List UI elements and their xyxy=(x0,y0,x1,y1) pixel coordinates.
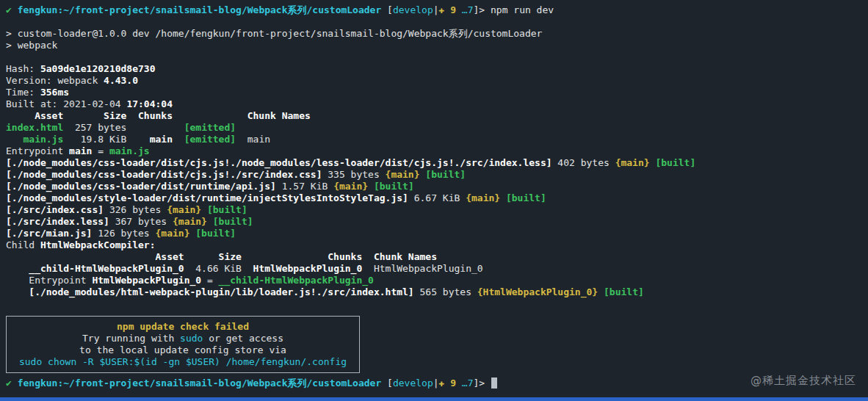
text-segment: {HtmlWebpackPlugin_0} xyxy=(477,286,598,297)
child-assets-header: Asset Size Chunks Chunk Names xyxy=(6,251,862,263)
asset-row: index.html 257 bytes [emitted] xyxy=(6,122,862,134)
text-segment: 367 bytes xyxy=(109,216,173,227)
terminal-cursor xyxy=(491,377,497,389)
text-segment: [ xyxy=(381,4,393,15)
text-segment: Try running with xyxy=(82,333,180,344)
text-segment: [built] xyxy=(207,204,247,215)
text-segment: | xyxy=(433,4,439,15)
text-segment: [./node_modules/css-loader/dist/cjs.js!.… xyxy=(6,169,322,180)
notice-command: sudo chown -R $USER:$(id -gn $USER) /hom… xyxy=(7,356,359,368)
npm-script-line: > custom-loader@1.0.0 dev /home/fengkun/… xyxy=(6,28,862,40)
text-segment: Version: webpack xyxy=(6,75,104,86)
text-segment: HtmlWebpackPlugin_0 xyxy=(374,263,483,274)
text-segment: [./node_modules/html-webpack-plugin/lib/… xyxy=(29,286,413,297)
text-segment: [built] xyxy=(655,157,695,168)
text-segment: 335 bytes xyxy=(322,169,385,180)
text-segment: [./src/index.css] xyxy=(6,204,104,215)
text-segment xyxy=(500,192,506,203)
text-segment: [./node_modules/css-loader/dist/cjs.js!.… xyxy=(6,157,552,168)
text-segment xyxy=(456,4,462,15)
child-entrypoint-line: Entrypoint HtmlWebpackPlugin_0 = __child… xyxy=(6,275,862,286)
module-line: [./node_modules/style-loader/dist/runtim… xyxy=(6,192,862,204)
text-segment: sudo chown -R $USER:$(id -gn $USER) /hom… xyxy=(19,356,347,367)
text-segment: ✚ 9 xyxy=(439,4,456,15)
text-segment: 17:04:04 xyxy=(126,98,173,109)
text-segment: [built] xyxy=(425,169,466,180)
text-segment: Asset Size Chunks Chunk Names xyxy=(6,110,311,121)
text-segment: {main} xyxy=(615,157,650,168)
notice-line: Try running with sudo or get access xyxy=(7,333,359,344)
text-segment: main xyxy=(69,145,92,156)
text-segment: [ xyxy=(381,377,393,389)
text-segment xyxy=(201,204,207,215)
text-segment: 19.8 KiB xyxy=(63,134,149,145)
text-segment: Hash: xyxy=(6,63,40,74)
text-segment: 1.57 KiB xyxy=(276,181,333,192)
assets-header: Asset Size Chunks Chunk Names xyxy=(6,110,862,122)
module-line: [./node_modules/css-loader/dist/cjs.js!.… xyxy=(6,169,862,181)
text-segment: [built] xyxy=(213,216,253,227)
text-segment: = xyxy=(92,145,109,156)
terminal-output[interactable]: ✔ fengkun:~/front-project/snailsmail-blo… xyxy=(0,0,868,389)
text-segment: fengkun:~/front-project/snailsmail-blog/… xyxy=(18,377,382,389)
text-segment xyxy=(368,181,374,192)
module-line: [./node_modules/css-loader/dist/cjs.js!.… xyxy=(6,157,862,169)
module-line: [./node_modules/css-loader/dist/runtime/… xyxy=(6,181,862,192)
text-segment: sudo xyxy=(180,333,203,344)
text-segment: [./src/mian.js] xyxy=(6,228,92,239)
text-segment: [emitted] xyxy=(184,122,236,133)
child-compiler-line: Child HtmlWebpackCompiler: xyxy=(6,239,862,251)
text-segment xyxy=(173,134,184,145)
text-segment: ✔ xyxy=(6,4,12,15)
text-segment: Built at: 2021-02-04 xyxy=(6,98,126,109)
text-segment: npm run dev xyxy=(491,4,554,15)
text-segment: {main} xyxy=(167,204,201,215)
text-segment: = xyxy=(201,275,218,286)
text-segment: [built] xyxy=(604,286,644,297)
text-segment: main xyxy=(150,134,173,145)
text-segment: > custom-loader@1.0.0 dev /home/fengkun/… xyxy=(6,28,542,39)
text-segment: [built] xyxy=(506,192,546,203)
text-segment: 4.43.0 xyxy=(104,75,138,86)
text-segment: to the local update config store via xyxy=(79,344,286,355)
module-line: [./src/mian.js] 126 bytes {main} [built] xyxy=(6,228,862,239)
terminal-window: ✔ fengkun:~/front-project/snailsmail-blo… xyxy=(0,0,868,401)
text-segment: {main} xyxy=(333,181,368,192)
blank-line xyxy=(6,298,862,310)
notice-title: npm update check failed xyxy=(7,321,359,333)
time-line: Time: 356ms xyxy=(6,87,862,98)
blank-line xyxy=(6,16,862,28)
text-segment: HtmlWebpackPlugin_0 xyxy=(253,263,363,274)
text-segment xyxy=(456,377,462,389)
text-segment: [./src/index.less] xyxy=(6,216,109,227)
child-asset-row: __child-HtmlWebpackPlugin_0 4.66 KiB Htm… xyxy=(6,263,862,275)
text-segment: {main} xyxy=(386,169,420,180)
text-segment: [built] xyxy=(195,228,236,239)
text-segment: Child xyxy=(6,239,40,250)
prompt-line: ✔ fengkun:~/front-project/snailsmail-blo… xyxy=(6,377,862,389)
text-segment: 402 bytes xyxy=(552,157,615,168)
text-segment: > webpack xyxy=(6,40,57,51)
text-segment: HtmlWebpackCompiler: xyxy=(40,239,156,250)
built-at-line: Built at: 2021-02-04 17:04:04 xyxy=(6,98,862,110)
hash-line: Hash: 5a09de1e120210d8e730 xyxy=(6,63,862,75)
text-segment: develop xyxy=(393,377,433,389)
notice-line: to the local update config store via xyxy=(7,344,359,356)
text-segment: 356ms xyxy=(40,87,69,98)
text-segment xyxy=(6,263,29,274)
text-segment: 326 bytes xyxy=(104,204,167,215)
text-segment: 257 bytes xyxy=(63,122,184,133)
text-segment: Entrypoint xyxy=(6,275,92,286)
text-segment: …7 xyxy=(462,4,474,15)
text-segment: ✚ 9 xyxy=(439,377,456,389)
blank-line xyxy=(6,51,862,63)
text-segment: main xyxy=(247,134,270,145)
text-segment: 6.67 KiB xyxy=(408,192,466,203)
text-segment: [./node_modules/style-loader/dist/runtim… xyxy=(6,192,408,203)
text-segment: fengkun:~/front-project/snailsmail-blog/… xyxy=(18,4,382,15)
text-segment xyxy=(207,216,213,227)
text-segment: [built] xyxy=(374,181,414,192)
text-segment: Entrypoint xyxy=(6,145,69,156)
version-line: Version: webpack 4.43.0 xyxy=(6,75,862,87)
text-segment: [emitted] xyxy=(184,134,236,145)
